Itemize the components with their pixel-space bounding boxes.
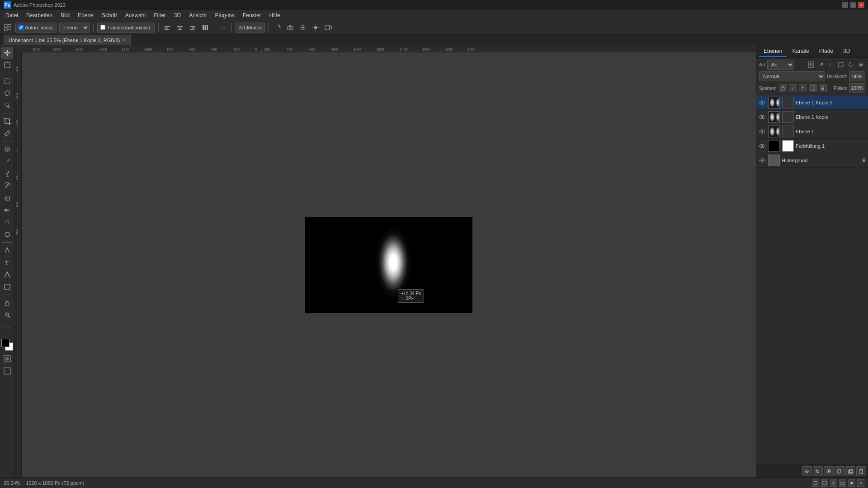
status-icon3[interactable] bbox=[830, 479, 837, 487]
layer-eye-hintergrund[interactable] bbox=[758, 156, 766, 164]
distribute-icon[interactable] bbox=[200, 23, 210, 33]
quick-mask[interactable] bbox=[1, 353, 13, 365]
menu-filter[interactable]: Filter bbox=[150, 11, 170, 19]
screen-mode[interactable] bbox=[1, 365, 13, 377]
foreground-color[interactable] bbox=[1, 339, 9, 347]
status-icon2[interactable] bbox=[821, 479, 828, 487]
toggle-icon[interactable] bbox=[298, 23, 308, 33]
layer-item-hintergrund[interactable]: Hintergrund bbox=[756, 153, 868, 168]
menu-plugins[interactable]: Plug-ins bbox=[212, 11, 238, 19]
add-style-btn[interactable]: fx bbox=[813, 466, 823, 476]
layer-eye-kopie1[interactable] bbox=[758, 113, 766, 121]
lock-all-btn[interactable] bbox=[819, 84, 827, 92]
status-icon5[interactable] bbox=[848, 479, 855, 487]
new-group-btn[interactable] bbox=[835, 466, 844, 476]
close-button[interactable]: ✕ bbox=[858, 2, 864, 8]
filter-toggle[interactable] bbox=[856, 60, 865, 69]
menu-schrift[interactable]: Schrift bbox=[98, 11, 121, 19]
delete-layer-btn[interactable] bbox=[856, 466, 866, 476]
crop-tool[interactable] bbox=[1, 115, 13, 127]
canvas-area[interactable]: +H: 34 Px ↕: 0Px bbox=[22, 52, 756, 477]
lock-transparent-btn[interactable] bbox=[779, 84, 787, 92]
color-swatches[interactable] bbox=[1, 339, 13, 351]
status-icon4[interactable] bbox=[839, 479, 846, 487]
filter-type-icon[interactable]: T bbox=[826, 60, 835, 69]
layer-item-kopie1[interactable]: Ebene 1 Kopie bbox=[756, 110, 868, 124]
pen-tool[interactable] bbox=[1, 244, 13, 256]
more-tools[interactable]: ··· bbox=[1, 321, 13, 333]
tool-icon[interactable] bbox=[3, 23, 13, 33]
tab-3d[interactable]: 3D bbox=[839, 46, 854, 57]
filter-type-select[interactable]: Art Name Effekt bbox=[767, 60, 794, 70]
menu-3d[interactable]: 3D bbox=[170, 11, 184, 19]
align-left-icon[interactable] bbox=[162, 23, 172, 33]
3d-mode-button[interactable]: 3D-Modus bbox=[236, 23, 265, 33]
move-tool[interactable] bbox=[1, 47, 13, 59]
lock-artboard-btn[interactable] bbox=[809, 84, 817, 92]
filter-adjust-icon[interactable] bbox=[816, 60, 826, 69]
more-options-icon[interactable]: ··· bbox=[218, 23, 228, 33]
filter-shape-icon[interactable] bbox=[836, 60, 845, 69]
status-icon6[interactable] bbox=[857, 479, 864, 487]
gradient-tool[interactable] bbox=[1, 204, 13, 216]
shape-tool[interactable] bbox=[1, 281, 13, 293]
maximize-button[interactable]: □ bbox=[850, 2, 856, 8]
menu-bild[interactable]: Bild bbox=[57, 11, 73, 19]
zoom-tool[interactable] bbox=[1, 309, 13, 321]
menu-fenster[interactable]: Fenster bbox=[239, 11, 265, 19]
title-bar-controls[interactable]: − □ ✕ bbox=[842, 2, 864, 8]
clone-tool[interactable] bbox=[1, 168, 13, 179]
link-layers-btn[interactable] bbox=[802, 466, 812, 476]
layer-eye-ebene1[interactable] bbox=[758, 127, 766, 136]
rotate-icon[interactable] bbox=[273, 23, 283, 33]
lock-position-btn[interactable] bbox=[799, 84, 807, 92]
tab-ebenen[interactable]: Ebenen bbox=[759, 46, 787, 57]
lock-brush-btn[interactable] bbox=[789, 84, 797, 92]
quick-select-tool[interactable] bbox=[1, 99, 13, 111]
menu-auswahl[interactable]: Auswahl bbox=[122, 11, 149, 19]
filter-pixel-icon[interactable] bbox=[807, 60, 816, 69]
brush-tool[interactable] bbox=[1, 155, 13, 167]
status-icon1[interactable] bbox=[812, 479, 819, 487]
align-right-icon[interactable] bbox=[188, 23, 198, 33]
heal-tool[interactable] bbox=[1, 143, 13, 155]
transform-checkbox[interactable] bbox=[100, 25, 105, 30]
opacity-input[interactable] bbox=[849, 71, 865, 81]
menu-hilfe[interactable]: Hilfe bbox=[266, 11, 284, 19]
layer-eye-kopie2[interactable] bbox=[758, 99, 766, 107]
blend-mode-select[interactable]: Normal Auflösen Abdunkeln Multiplizieren… bbox=[759, 71, 825, 81]
auto-select-checkbox[interactable] bbox=[19, 25, 24, 30]
menu-ebene[interactable]: Ebene bbox=[74, 11, 97, 19]
menu-bearbeiten[interactable]: Bearbeiten bbox=[23, 11, 56, 19]
doc-tab-close[interactable]: ✕ bbox=[123, 38, 126, 42]
layer-item-ebene1[interactable]: Ebene 1 bbox=[756, 124, 868, 139]
artboard-tool[interactable] bbox=[1, 59, 13, 71]
doc-tab-active[interactable]: Unbenannt-1 bei 25,5% (Ebene 1 Kopie 2, … bbox=[4, 35, 131, 45]
layer-eye-farbfuellung[interactable] bbox=[758, 142, 766, 150]
fill-input[interactable] bbox=[849, 83, 865, 93]
tab-pfade[interactable]: Pfade bbox=[815, 46, 838, 57]
hand-tool[interactable] bbox=[1, 297, 13, 309]
new-layer-btn[interactable] bbox=[845, 466, 855, 476]
selection-tool[interactable] bbox=[1, 75, 13, 87]
layer-item-farbfuellung[interactable]: Farbfüllung 1 bbox=[756, 139, 868, 153]
minimize-button[interactable]: − bbox=[842, 2, 848, 8]
tab-kanaele[interactable]: Kanäle bbox=[788, 46, 813, 57]
menu-datei[interactable]: Datei bbox=[2, 11, 22, 19]
blur-tool[interactable] bbox=[1, 216, 13, 228]
eyedropper-tool[interactable] bbox=[1, 127, 13, 139]
history-brush[interactable] bbox=[1, 180, 13, 192]
layer-select-dropdown[interactable]: Ebene Gruppe bbox=[59, 23, 90, 33]
auto-select-button[interactable]: Auton. ausw. bbox=[15, 23, 57, 33]
light-icon[interactable] bbox=[311, 23, 321, 33]
dodge-tool[interactable] bbox=[1, 229, 13, 240]
align-center-icon[interactable] bbox=[175, 23, 185, 33]
layer-item-kopie2[interactable]: Ebene 1 Kopie 2 bbox=[756, 95, 868, 110]
video-icon[interactable] bbox=[323, 23, 333, 33]
eraser-tool[interactable] bbox=[1, 192, 13, 204]
menu-ansicht[interactable]: Ansicht bbox=[185, 11, 210, 19]
filter-smart-icon[interactable] bbox=[846, 60, 855, 69]
transform-button[interactable]: Transformationssstr. bbox=[97, 23, 155, 33]
text-tool[interactable]: T bbox=[1, 257, 13, 268]
path-select[interactable] bbox=[1, 269, 13, 281]
